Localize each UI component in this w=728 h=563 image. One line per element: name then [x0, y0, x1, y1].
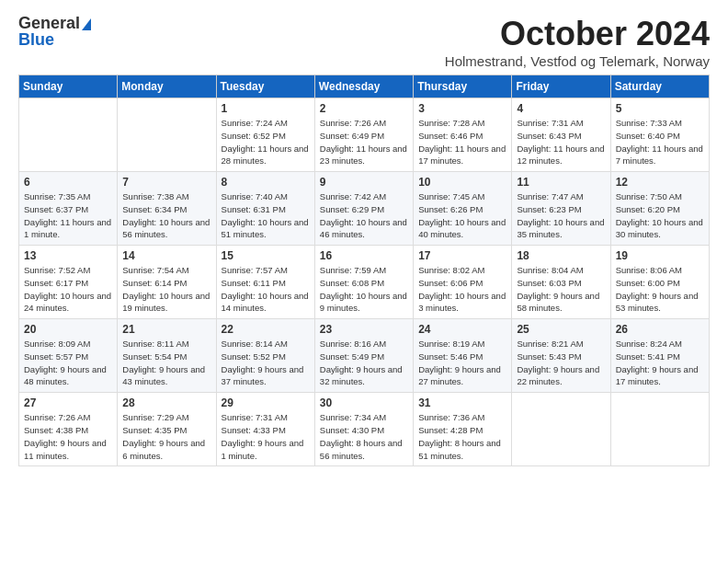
calendar-week-4: 20Sunrise: 8:09 AM Sunset: 5:57 PM Dayli… — [19, 319, 710, 393]
calendar-header-monday: Monday — [118, 75, 216, 98]
calendar-cell — [512, 393, 610, 466]
day-number: 12 — [616, 176, 704, 189]
location-subtitle: Holmestrand, Vestfod og Telemark, Norway — [445, 53, 710, 69]
day-number: 14 — [122, 249, 210, 262]
day-number: 3 — [418, 102, 506, 115]
day-number: 23 — [320, 323, 408, 336]
calendar-cell: 15Sunrise: 7:57 AM Sunset: 6:11 PM Dayli… — [216, 246, 314, 319]
day-number: 19 — [616, 249, 704, 262]
cell-content: Sunrise: 7:42 AM Sunset: 6:29 PM Dayligh… — [320, 190, 408, 241]
calendar-cell: 14Sunrise: 7:54 AM Sunset: 6:14 PM Dayli… — [118, 246, 216, 319]
cell-content: Sunrise: 8:04 AM Sunset: 6:03 PM Dayligh… — [517, 264, 605, 315]
day-number: 7 — [122, 176, 210, 189]
day-number: 25 — [517, 323, 605, 336]
day-number: 20 — [24, 323, 112, 336]
title-block: October 2024 Holmestrand, Vestfod og Tel… — [445, 15, 710, 69]
calendar-cell: 11Sunrise: 7:47 AM Sunset: 6:23 PM Dayli… — [512, 172, 610, 246]
day-number: 30 — [320, 396, 408, 409]
calendar-cell: 12Sunrise: 7:50 AM Sunset: 6:20 PM Dayli… — [610, 172, 709, 246]
day-number: 6 — [24, 176, 112, 189]
calendar-cell: 7Sunrise: 7:38 AM Sunset: 6:34 PM Daylig… — [118, 172, 216, 246]
day-number: 24 — [418, 323, 506, 336]
cell-content: Sunrise: 7:26 AM Sunset: 6:49 PM Dayligh… — [320, 117, 408, 167]
calendar-cell — [19, 98, 118, 172]
cell-content: Sunrise: 7:40 AM Sunset: 6:31 PM Dayligh… — [222, 190, 310, 241]
cell-content: Sunrise: 7:45 AM Sunset: 6:26 PM Dayligh… — [418, 190, 506, 241]
cell-content: Sunrise: 8:11 AM Sunset: 5:54 PM Dayligh… — [122, 338, 210, 388]
calendar-cell: 28Sunrise: 7:29 AM Sunset: 4:35 PM Dayli… — [118, 393, 216, 466]
cell-content: Sunrise: 7:34 AM Sunset: 4:30 PM Dayligh… — [320, 411, 408, 462]
day-number: 28 — [122, 396, 210, 409]
day-number: 1 — [222, 102, 310, 115]
cell-content: Sunrise: 8:19 AM Sunset: 5:46 PM Dayligh… — [418, 338, 506, 388]
cell-content: Sunrise: 7:24 AM Sunset: 6:52 PM Dayligh… — [222, 117, 310, 167]
cell-content: Sunrise: 7:47 AM Sunset: 6:23 PM Dayligh… — [517, 190, 605, 241]
cell-content: Sunrise: 8:06 AM Sunset: 6:00 PM Dayligh… — [616, 264, 704, 315]
calendar-header-wednesday: Wednesday — [314, 75, 413, 98]
calendar-cell: 8Sunrise: 7:40 AM Sunset: 6:31 PM Daylig… — [216, 172, 314, 246]
day-number: 8 — [222, 176, 310, 189]
calendar-cell — [610, 393, 709, 466]
cell-content: Sunrise: 7:54 AM Sunset: 6:14 PM Dayligh… — [122, 264, 210, 315]
logo-text: General — [18, 15, 91, 31]
day-number: 9 — [320, 176, 408, 189]
cell-content: Sunrise: 7:31 AM Sunset: 6:43 PM Dayligh… — [517, 117, 605, 167]
day-number: 26 — [616, 323, 704, 336]
calendar-cell: 9Sunrise: 7:42 AM Sunset: 6:29 PM Daylig… — [314, 172, 413, 246]
day-number: 4 — [517, 102, 605, 115]
calendar-table: SundayMondayTuesdayWednesdayThursdayFrid… — [18, 75, 710, 466]
calendar-cell: 26Sunrise: 8:24 AM Sunset: 5:41 PM Dayli… — [610, 319, 709, 393]
day-number: 11 — [517, 176, 605, 189]
calendar-cell: 20Sunrise: 8:09 AM Sunset: 5:57 PM Dayli… — [19, 319, 118, 393]
calendar-cell: 23Sunrise: 8:16 AM Sunset: 5:49 PM Dayli… — [314, 319, 413, 393]
cell-content: Sunrise: 7:29 AM Sunset: 4:35 PM Dayligh… — [122, 411, 210, 462]
calendar-week-3: 13Sunrise: 7:52 AM Sunset: 6:17 PM Dayli… — [19, 246, 710, 319]
calendar-week-5: 27Sunrise: 7:26 AM Sunset: 4:38 PM Dayli… — [19, 393, 710, 466]
calendar-cell: 24Sunrise: 8:19 AM Sunset: 5:46 PM Dayli… — [414, 319, 512, 393]
calendar-header-row: SundayMondayTuesdayWednesdayThursdayFrid… — [19, 75, 710, 98]
calendar-cell: 31Sunrise: 7:36 AM Sunset: 4:28 PM Dayli… — [414, 393, 512, 466]
day-number: 18 — [517, 249, 605, 262]
day-number: 29 — [222, 396, 310, 409]
calendar-cell: 27Sunrise: 7:26 AM Sunset: 4:38 PM Dayli… — [19, 393, 118, 466]
cell-content: Sunrise: 7:31 AM Sunset: 4:33 PM Dayligh… — [222, 411, 310, 462]
day-number: 13 — [24, 249, 112, 262]
calendar-cell: 10Sunrise: 7:45 AM Sunset: 6:26 PM Dayli… — [414, 172, 512, 246]
calendar-week-2: 6Sunrise: 7:35 AM Sunset: 6:37 PM Daylig… — [19, 172, 710, 246]
page-header: General Blue October 2024 Holmestrand, V… — [18, 15, 710, 69]
cell-content: Sunrise: 8:02 AM Sunset: 6:06 PM Dayligh… — [418, 264, 506, 315]
day-number: 17 — [418, 249, 506, 262]
calendar-cell: 6Sunrise: 7:35 AM Sunset: 6:37 PM Daylig… — [19, 172, 118, 246]
cell-content: Sunrise: 8:09 AM Sunset: 5:57 PM Dayligh… — [24, 338, 112, 388]
calendar-header-friday: Friday — [512, 75, 610, 98]
calendar-cell: 16Sunrise: 7:59 AM Sunset: 6:08 PM Dayli… — [314, 246, 413, 319]
day-number: 2 — [320, 102, 408, 115]
calendar-cell: 17Sunrise: 8:02 AM Sunset: 6:06 PM Dayli… — [414, 246, 512, 319]
calendar-cell: 21Sunrise: 8:11 AM Sunset: 5:54 PM Dayli… — [118, 319, 216, 393]
cell-content: Sunrise: 7:52 AM Sunset: 6:17 PM Dayligh… — [24, 264, 112, 315]
cell-content: Sunrise: 8:14 AM Sunset: 5:52 PM Dayligh… — [222, 338, 310, 388]
day-number: 31 — [418, 396, 506, 409]
day-number: 27 — [24, 396, 112, 409]
cell-content: Sunrise: 7:59 AM Sunset: 6:08 PM Dayligh… — [320, 264, 408, 315]
cell-content: Sunrise: 8:24 AM Sunset: 5:41 PM Dayligh… — [616, 338, 704, 388]
calendar-cell: 1Sunrise: 7:24 AM Sunset: 6:52 PM Daylig… — [216, 98, 314, 172]
calendar-cell: 18Sunrise: 8:04 AM Sunset: 6:03 PM Dayli… — [512, 246, 610, 319]
calendar-cell — [118, 98, 216, 172]
cell-content: Sunrise: 7:36 AM Sunset: 4:28 PM Dayligh… — [418, 411, 506, 462]
cell-content: Sunrise: 8:16 AM Sunset: 5:49 PM Dayligh… — [320, 338, 408, 388]
calendar-week-1: 1Sunrise: 7:24 AM Sunset: 6:52 PM Daylig… — [19, 98, 710, 172]
logo: General Blue — [18, 15, 91, 48]
calendar-cell: 25Sunrise: 8:21 AM Sunset: 5:43 PM Dayli… — [512, 319, 610, 393]
cell-content: Sunrise: 7:28 AM Sunset: 6:46 PM Dayligh… — [418, 117, 506, 167]
calendar-cell: 22Sunrise: 8:14 AM Sunset: 5:52 PM Dayli… — [216, 319, 314, 393]
calendar-cell: 29Sunrise: 7:31 AM Sunset: 4:33 PM Dayli… — [216, 393, 314, 466]
day-number: 21 — [122, 323, 210, 336]
calendar-header-tuesday: Tuesday — [216, 75, 314, 98]
day-number: 16 — [320, 249, 408, 262]
logo-blue: Blue — [18, 31, 54, 48]
day-number: 5 — [616, 102, 704, 115]
calendar-cell: 4Sunrise: 7:31 AM Sunset: 6:43 PM Daylig… — [512, 98, 610, 172]
calendar-header-saturday: Saturday — [610, 75, 709, 98]
calendar-cell: 3Sunrise: 7:28 AM Sunset: 6:46 PM Daylig… — [414, 98, 512, 172]
